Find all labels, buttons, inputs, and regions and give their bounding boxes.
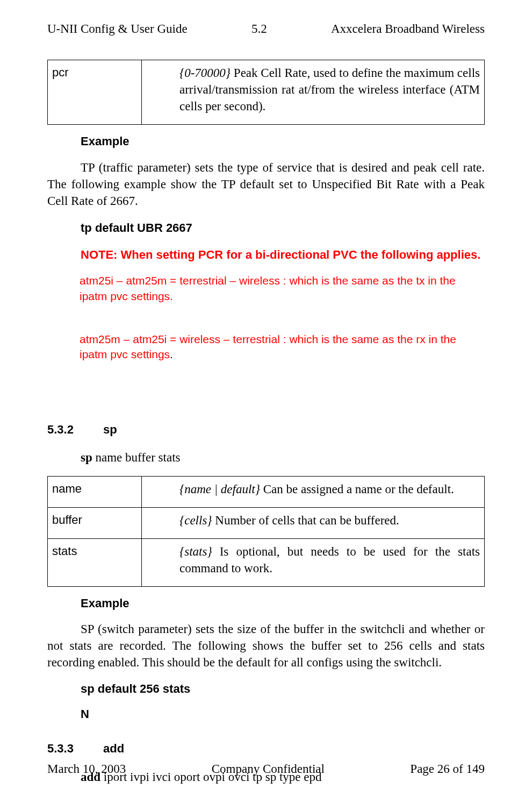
table-row: buffer {cells} Number of cells that can … bbox=[48, 507, 485, 538]
param-desc: {name | default} Can be assigned a name … bbox=[142, 476, 485, 507]
param-desc: {stats} Is optional, but needs to be use… bbox=[142, 538, 485, 586]
footer-center: Company Confidential bbox=[212, 761, 325, 777]
param-desc: {0-70000} Peak Cell Rate, used to define… bbox=[142, 60, 485, 125]
note-line-1: atm25i – atm25m = terrestrial – wireless… bbox=[80, 273, 485, 304]
footer-left: March 10, 2003 bbox=[47, 761, 126, 777]
sp-example-cmd: sp default 256 stats bbox=[81, 681, 485, 697]
syntax-args: name buffer stats bbox=[92, 451, 181, 464]
sp-table: name {name | default} Can be assigned a … bbox=[47, 476, 485, 587]
param-label: buffer bbox=[48, 507, 142, 538]
section-heading-sp: 5.3.2sp bbox=[47, 422, 485, 438]
pcr-table: pcr {0-70000} Peak Cell Rate, used to de… bbox=[47, 60, 485, 125]
param-range: {name | default} bbox=[179, 482, 260, 496]
note-line-2-dot: . bbox=[170, 348, 173, 360]
section-number: 5.3.3 bbox=[47, 741, 103, 757]
sp-example-para: SP (switch parameter) sets the size of t… bbox=[47, 621, 485, 671]
footer-right: Page 26 of 149 bbox=[410, 761, 485, 777]
param-label: name bbox=[48, 476, 142, 507]
param-desc-text: Can be assigned a name or the default. bbox=[260, 482, 454, 496]
note-line-2: atm25m – atm25i = wireless – terrestrial… bbox=[80, 333, 456, 360]
example-heading: Example bbox=[81, 133, 485, 150]
param-range: {stats} bbox=[179, 545, 212, 558]
param-range: {cells} bbox=[179, 514, 212, 527]
syntax-cmd: sp bbox=[81, 451, 92, 464]
section-heading-add: 5.3.3add bbox=[47, 741, 485, 757]
param-desc: {cells} Number of cells that can be buff… bbox=[142, 507, 485, 538]
param-label: pcr bbox=[48, 60, 142, 125]
section-number: 5.3.2 bbox=[47, 422, 103, 438]
table-row: stats {stats} Is optional, but needs to … bbox=[48, 538, 485, 586]
header-right: Axxcelera Broadband Wireless bbox=[331, 20, 485, 37]
tp-paragraph: TP (traffic parameter) sets the type of … bbox=[47, 159, 485, 209]
header-left: U-NII Config & User Guide bbox=[47, 20, 188, 37]
sp-example-heading: Example bbox=[81, 595, 485, 612]
header-center: 5.2 bbox=[251, 20, 267, 37]
sp-example-n: N bbox=[81, 706, 485, 722]
table-row: pcr {0-70000} Peak Cell Rate, used to de… bbox=[48, 60, 485, 125]
note-heading: NOTE: When setting PCR for a bi-directio… bbox=[81, 247, 485, 263]
sp-syntax: sp name buffer stats bbox=[81, 449, 485, 466]
param-label: stats bbox=[48, 538, 142, 586]
table-row: name {name | default} Can be assigned a … bbox=[48, 476, 485, 507]
param-desc-text: Number of cells that can be buffered. bbox=[212, 514, 399, 527]
section-title: add bbox=[103, 742, 124, 755]
param-range: {0-70000} bbox=[179, 66, 231, 80]
tp-command: tp default UBR 2667 bbox=[81, 220, 485, 236]
page-footer: March 10, 2003 Company Confidential Page… bbox=[47, 761, 485, 777]
page-header: U-NII Config & User Guide 5.2 Axxcelera … bbox=[47, 20, 485, 37]
section-title: sp bbox=[103, 423, 117, 436]
note-line-2-wrap: atm25m – atm25i = wireless – terrestrial… bbox=[80, 332, 485, 363]
param-desc-text: Is optional, but needs to be used for th… bbox=[179, 545, 480, 575]
